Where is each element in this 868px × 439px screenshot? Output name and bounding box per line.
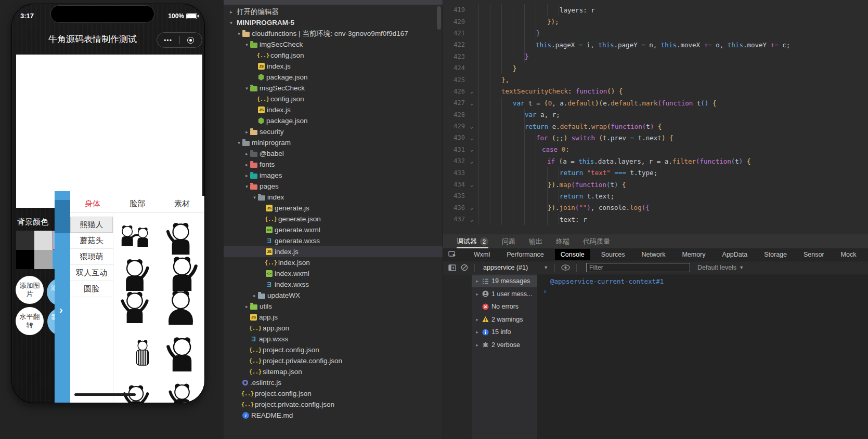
explorer-scrollbar-thumb[interactable]: [437, 6, 441, 30]
debugger-tab-问题[interactable]: 问题: [502, 234, 515, 248]
toggle-console-sidebar-icon[interactable]: [448, 264, 457, 271]
tree-item-project.config.json[interactable]: {..}project.config.json: [224, 344, 443, 355]
tree-item-updatewx[interactable]: ▸updateWX: [224, 290, 443, 301]
tree-item-miniprogram-5[interactable]: ▾MINIPROGRAM-5: [224, 17, 443, 28]
fold-chevron-icon[interactable]: ⌄: [465, 205, 478, 210]
tree-item-index[interactable]: ▾index: [224, 192, 443, 203]
tree-item-fonts[interactable]: ▸fonts: [224, 159, 443, 170]
tree-item-.eslintrc.js[interactable]: .eslintrc.js: [224, 377, 443, 388]
console-filter-15-info[interactable]: ▸15 info: [472, 326, 537, 338]
sticker-thumb-panda-gesture[interactable]: [161, 255, 203, 291]
tree-item-app.wxss[interactable]: Ǝapp.wxss: [224, 334, 443, 344]
console-context-message[interactable]: @appservice-current-context#1: [550, 277, 664, 285]
tree-item-project.private.config.json[interactable]: {..}project.private.config.json: [224, 355, 443, 366]
tree-item-generate.wxss[interactable]: Ǝgenerate.wxss: [224, 235, 443, 246]
devtools-tab-sensor[interactable]: Sensor: [798, 249, 830, 260]
sticker-category-蘑菇头[interactable]: 蘑菇头: [70, 233, 113, 249]
code-line-422[interactable]: 422this.pageX = i, this.pageY = n, this.…: [443, 39, 868, 50]
code-line-434[interactable]: 434⌄}).map(function(t) {: [443, 179, 868, 190]
tree-item-index.json[interactable]: {..}index.json: [224, 257, 443, 268]
debugger-tab-终端[interactable]: 终端: [556, 234, 569, 248]
panel-collapse-bar[interactable]: ›: [55, 191, 70, 403]
devtools-tab-wxml[interactable]: Wxml: [468, 249, 496, 260]
tree-item-generate.json[interactable]: {..}generate.json: [224, 214, 443, 224]
console-output[interactable]: @appservice-current-context#1 ›: [538, 274, 868, 439]
tree-item-index.js[interactable]: JSindex.js: [224, 246, 443, 257]
sticker-thumb-panda-pointing[interactable]: [113, 257, 156, 291]
tree-item-config.json[interactable]: {..}config.json: [224, 94, 443, 104]
debugger-tab-代码质量[interactable]: 代码质量: [583, 234, 610, 248]
tree-item-index.js[interactable]: JSindex.js: [224, 61, 443, 72]
code-editor[interactable]: 419layers: r420});421}422this.pageX = i,…: [443, 0, 868, 234]
sticker-category-圆脸[interactable]: 圆脸: [70, 281, 113, 297]
devtools-tab-network[interactable]: Network: [636, 249, 671, 260]
tree-item-readme.md[interactable]: iREADME.md: [224, 410, 443, 421]
code-line-420[interactable]: 420});: [443, 16, 868, 27]
code-line-427[interactable]: 427⌄var t = (0, a.default)(e.default.mar…: [443, 97, 868, 109]
inspect-element-icon[interactable]: [443, 251, 461, 258]
tree-item-cloudfunctions-env-3gnovo9mf0f9d167[interactable]: ▾cloudfunctions | 当前环境: env-3gnovo9mf0f9…: [224, 28, 443, 39]
console-filter-2-verbose[interactable]: ▸2 verbose: [472, 339, 537, 351]
tree-item-sitemap.json[interactable]: {..}sitemap.json: [224, 366, 443, 377]
tree-item-config.json[interactable]: {..}config.json: [224, 50, 443, 61]
exit-target-icon[interactable]: [180, 37, 202, 44]
emoji-edit-canvas[interactable]: [16, 55, 202, 208]
action-button-水平翻转[interactable]: 水平翻转: [16, 307, 44, 335]
tree-item-project.config.json[interactable]: {..}project.config.json: [224, 388, 443, 399]
tree-item-pages[interactable]: ▾pages: [224, 181, 443, 192]
code-line-421[interactable]: 421}: [443, 28, 868, 39]
color-swatch[interactable]: [16, 250, 34, 269]
tree-item-index.wxss[interactable]: Ǝindex.wxss: [224, 279, 443, 290]
sticker-thumb-panda-fist[interactable]: [161, 382, 203, 403]
tree-item-index.wxml[interactable]: <>index.wxml: [224, 268, 443, 279]
devtools-tab-appdata[interactable]: AppData: [717, 249, 754, 260]
tree-item-app.json[interactable]: {..}app.json: [224, 323, 443, 334]
color-swatch[interactable]: [34, 250, 53, 269]
color-swatch[interactable]: [34, 231, 53, 250]
devtools-tab-storage[interactable]: Storage: [758, 249, 793, 260]
tree-item--[interactable]: ▸打开的编辑器: [224, 6, 443, 17]
tree-item-utils[interactable]: ▸utils: [224, 301, 443, 312]
console-prompt-chevron[interactable]: ›: [543, 287, 547, 295]
tree-item-security[interactable]: ▸security: [224, 126, 443, 137]
fold-chevron-icon[interactable]: ⌄: [465, 100, 478, 106]
sticker-thumb-panda-slingshot[interactable]: [159, 221, 203, 255]
fold-chevron-icon[interactable]: ⌄: [465, 135, 478, 141]
fold-chevron-icon[interactable]: ⌄: [465, 124, 478, 129]
tree-item-generate.wxml[interactable]: <>generate.wxml: [224, 224, 443, 235]
console-filter-2-warnings[interactable]: ▸2 warnings: [472, 314, 537, 326]
devtools-tab-performance[interactable]: Performance: [501, 249, 550, 260]
devtools-tab-mock[interactable]: Mock: [835, 249, 862, 260]
code-line-425[interactable]: 425},: [443, 74, 868, 85]
code-line-419[interactable]: 419layers: r: [443, 4, 868, 16]
tree-item-images[interactable]: ▸images: [224, 170, 443, 181]
code-line-428[interactable]: 428var a, r;: [443, 109, 868, 121]
fold-chevron-icon[interactable]: ⌄: [465, 158, 478, 164]
tree-item-package.json[interactable]: package.json: [224, 115, 443, 126]
code-line-432[interactable]: 432⌄if (a = this.data.layers, r = a.filt…: [443, 155, 868, 167]
debugger-tab-输出[interactable]: 输出: [529, 234, 542, 248]
code-line-424[interactable]: 424}: [443, 62, 868, 74]
tree-item-index.js[interactable]: JSindex.js: [224, 104, 443, 115]
tree-item-generate.js[interactable]: JSgenerate.js: [224, 203, 443, 214]
code-line-431[interactable]: 431⌄case 0:: [443, 144, 868, 155]
devtools-tab-sources[interactable]: Sources: [595, 249, 631, 260]
sticker-thumb-panda-back[interactable]: [159, 288, 203, 325]
clear-console-icon[interactable]: [461, 264, 468, 271]
code-line-433[interactable]: 433return "text" === t.type;: [443, 167, 868, 178]
console-filter-19-messages[interactable]: ▸19 messages: [472, 275, 537, 287]
capsule-button[interactable]: •••: [157, 32, 202, 48]
code-line-426[interactable]: 426⌄textSecurityCheck: function() {: [443, 86, 868, 97]
console-filter-no-errors[interactable]: No errors: [472, 301, 537, 313]
chevron-right-icon[interactable]: ›: [59, 304, 63, 315]
sticker-thumb-panda-cutting[interactable]: [159, 335, 204, 371]
tree-item-imgseccheck[interactable]: ▾imgSecCheck: [224, 39, 443, 50]
tree-item-msgseccheck[interactable]: ▾msgSecCheck: [224, 83, 443, 94]
execution-context-selector[interactable]: appservice (#1): [483, 264, 528, 271]
fold-chevron-icon[interactable]: ⌄: [465, 217, 478, 222]
code-line-436[interactable]: 436⌄}).join(""), console.log({: [443, 202, 868, 214]
tree-item-@babel[interactable]: ▸@babel: [224, 148, 443, 159]
devtools-tab-console[interactable]: Console: [555, 249, 590, 260]
code-line-423[interactable]: 423}: [443, 51, 868, 62]
tree-item-package.json[interactable]: package.json: [224, 72, 443, 83]
